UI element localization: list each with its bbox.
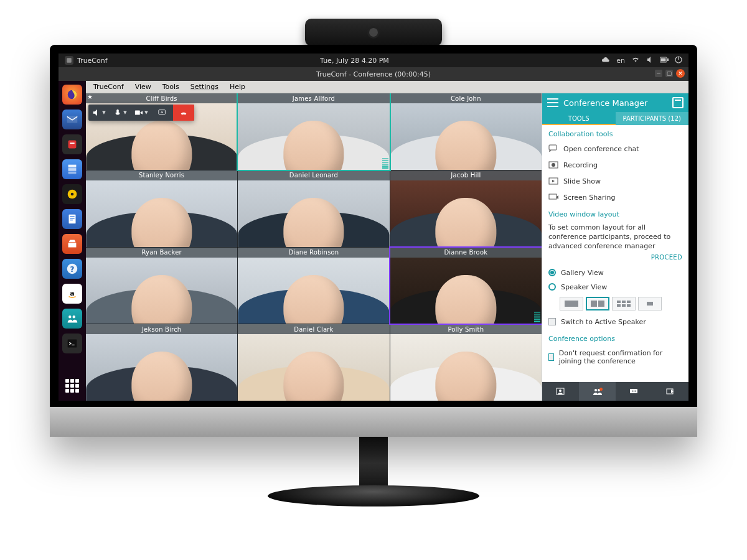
bottombar-share[interactable] — [652, 382, 688, 401]
participant-name: Jekson Birch — [86, 324, 237, 334]
menu-tools[interactable]: Tools — [157, 83, 184, 91]
menu-settings[interactable]: Settings — [186, 83, 223, 91]
layout-previews — [542, 294, 688, 314]
top-panel-app-icon[interactable] — [65, 56, 73, 65]
dock-trueconf-icon[interactable] — [62, 309, 82, 329]
menu-trueconf[interactable]: TrueConf — [88, 83, 129, 91]
svg-point-49 — [633, 391, 634, 392]
screen-share-icon — [548, 193, 558, 202]
video-tile[interactable]: Polly Smith — [390, 324, 542, 401]
dock-show-applications[interactable] — [62, 376, 82, 396]
window-maximize-button[interactable]: ▢ — [665, 70, 673, 77]
participant-name: Cole John — [390, 93, 542, 103]
cm-bottom-bar — [542, 382, 688, 401]
dock-help-icon[interactable]: ? — [62, 259, 82, 279]
svg-point-21 — [68, 315, 71, 318]
chat-icon — [548, 144, 558, 153]
section-conference-options: Conference options — [542, 330, 688, 345]
bottombar-chat[interactable] — [616, 382, 652, 401]
top-panel-app-name[interactable]: TrueConf — [77, 57, 108, 65]
video-tile[interactable]: Daniel Leonard — [238, 170, 389, 247]
end-call-button[interactable] — [173, 105, 194, 121]
window-close-button[interactable]: ✕ — [676, 69, 685, 78]
wifi-icon[interactable] — [631, 56, 640, 65]
video-tile[interactable]: James Allford — [238, 93, 389, 170]
tab-participants[interactable]: PARTICIPANTS (12) — [616, 112, 689, 125]
video-tile[interactable]: Stanley Norris — [86, 170, 237, 247]
svg-rect-25 — [117, 110, 120, 113]
svg-rect-39 — [617, 304, 621, 307]
video-tile[interactable]: Ryan Backer — [86, 248, 237, 324]
dock-files-icon[interactable] — [62, 159, 82, 179]
dock-firefox-icon[interactable] — [62, 85, 82, 105]
layout-preview-2[interactable] — [586, 297, 609, 310]
bottombar-contacts[interactable] — [542, 382, 579, 401]
layout-preview-4[interactable] — [638, 297, 662, 310]
monitor-chin — [50, 407, 697, 437]
proceed-link[interactable]: PROCEED — [542, 251, 688, 266]
checkbox-icon — [548, 318, 556, 325]
no-join-confirmation[interactable]: Don't request confirmation for joining t… — [542, 345, 688, 369]
language-indicator[interactable]: en — [616, 57, 625, 65]
menu-view[interactable]: View — [130, 83, 156, 91]
svg-rect-0 — [67, 58, 72, 63]
slide-show[interactable]: Slide Show — [542, 173, 688, 189]
host-star-icon: ★ — [87, 93, 93, 100]
dock-thunderbird-icon[interactable] — [62, 110, 82, 129]
mic-button[interactable]: ▼ — [110, 105, 131, 121]
dock-amazon-icon[interactable]: a — [62, 284, 82, 304]
dock-terminal-icon[interactable] — [62, 334, 82, 353]
svg-point-50 — [635, 391, 636, 392]
video-tile[interactable]: Diane Robinson — [238, 248, 389, 324]
speaker-view-label: Speaker View — [561, 283, 607, 291]
section-video-layout: Video window layout — [542, 205, 688, 221]
svg-rect-17 — [70, 220, 73, 220]
svg-rect-35 — [598, 301, 604, 307]
cm-menu-icon[interactable] — [547, 98, 558, 107]
menu-help[interactable]: Help — [225, 83, 250, 91]
speaker-view-radio[interactable]: Speaker View — [542, 280, 688, 294]
svg-rect-32 — [549, 194, 557, 199]
volume-icon[interactable] — [646, 56, 654, 65]
video-tile[interactable]: Cole John — [390, 93, 542, 170]
power-icon[interactable] — [675, 56, 682, 65]
calendar-icon[interactable] — [672, 97, 684, 108]
audio-level-icon — [382, 158, 388, 169]
gallery-view-radio[interactable]: Gallery View — [542, 266, 688, 280]
participant-name: Jacob Hill — [390, 170, 542, 180]
tab-tools[interactable]: TOOLS — [542, 112, 616, 125]
monitor: TrueConf Tue, July 28 4.20 PM en — [50, 45, 697, 437]
battery-icon[interactable] — [660, 57, 669, 65]
screen-sharing[interactable]: Screen Sharing — [542, 189, 688, 205]
dock-rhythmbox-icon[interactable] — [62, 184, 82, 204]
section-collab-tools: Collaboration tools — [542, 125, 688, 141]
screen: TrueConf Tue, July 28 4.20 PM en — [59, 54, 688, 401]
external-webcam — [305, 19, 442, 46]
switch-active-speaker[interactable]: Switch to Active Speaker — [542, 314, 688, 330]
participant-name: Dianne Brook — [390, 248, 542, 258]
dock-writer-icon[interactable] — [62, 209, 82, 229]
video-tile[interactable]: Daniel Clark — [238, 324, 389, 401]
dock-software-icon[interactable] — [62, 234, 82, 254]
video-tile[interactable]: Dianne Brook — [390, 248, 542, 324]
no-join-confirmation-label: Don't request confirmation for joining t… — [559, 349, 682, 365]
recording[interactable]: Recording — [542, 157, 688, 173]
top-panel-clock[interactable]: Tue, July 28 4.20 PM — [320, 57, 389, 65]
cm-title: Conference Manager — [563, 98, 647, 108]
svg-rect-41 — [627, 304, 631, 307]
bottombar-conference[interactable] — [579, 382, 616, 401]
window-titlebar[interactable]: TrueConf - Conference (00:00:45) ─ ▢ ✕ — [59, 67, 688, 81]
window-minimize-button[interactable]: ─ — [655, 70, 662, 77]
svg-rect-3 — [660, 58, 665, 61]
video-tile[interactable]: Jekson Birch — [86, 324, 237, 401]
open-conference-chat[interactable]: Open conference chat — [542, 141, 688, 157]
camera-button[interactable]: ▼ — [131, 105, 152, 121]
volume-button[interactable]: ▼ — [88, 105, 110, 121]
svg-rect-36 — [617, 301, 621, 303]
share-screen-button[interactable] — [152, 105, 173, 121]
video-tile[interactable]: Jacob Hill — [390, 170, 542, 247]
layout-preview-1[interactable] — [560, 297, 583, 310]
cloud-sync-icon[interactable] — [601, 56, 610, 65]
dock-transmission-icon[interactable] — [62, 134, 82, 154]
layout-preview-3[interactable] — [612, 297, 636, 310]
